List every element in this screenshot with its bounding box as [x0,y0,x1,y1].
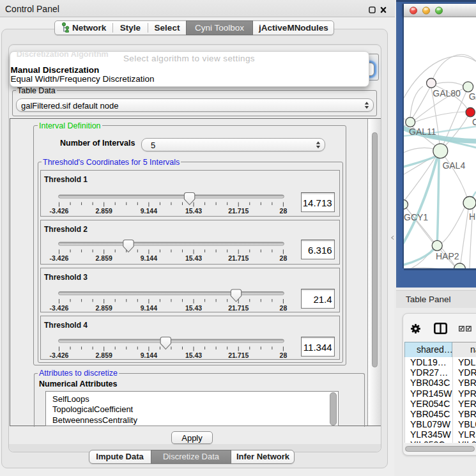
svg-text:GAL80: GAL80 [433,88,461,98]
svg-text:15.43: 15.43 [185,351,202,359]
svg-text:GAL4: GAL4 [442,160,465,171]
svg-text:-3.426: -3.426 [50,207,69,215]
svg-text:9.144: 9.144 [141,304,157,312]
svg-text:-3.426: -3.426 [50,254,69,262]
svg-text:2.859: 2.859 [96,304,112,312]
svg-text:9.144: 9.144 [141,207,157,215]
svg-text:21.715: 21.715 [228,254,249,262]
svg-text:2.859: 2.859 [96,207,112,215]
svg-text:-3.426: -3.426 [50,304,69,312]
svg-text:21.715: 21.715 [228,304,249,312]
svg-text:H: H [469,211,475,222]
svg-text:15.43: 15.43 [185,207,202,215]
svg-text:2.859: 2.859 [96,254,112,262]
svg-text:9.144: 9.144 [141,351,157,359]
svg-text:HAP2: HAP2 [436,251,459,261]
svg-text:GA: GA [469,91,476,102]
svg-text:28: 28 [280,351,288,359]
svg-text:15.43: 15.43 [185,254,202,262]
svg-text:2.859: 2.859 [96,351,112,359]
svg-text:28: 28 [280,304,288,312]
svg-text:28: 28 [280,207,288,215]
svg-text:C: C [472,117,476,127]
svg-text:21.715: 21.715 [228,207,249,215]
svg-text:-3.426: -3.426 [50,351,69,359]
svg-text:GCY1: GCY1 [404,212,428,222]
svg-text:15.43: 15.43 [185,304,202,312]
svg-text:GAL11: GAL11 [409,127,436,137]
svg-text:9.144: 9.144 [141,254,157,262]
svg-text:21.715: 21.715 [228,351,249,359]
svg-text:28: 28 [280,254,288,262]
